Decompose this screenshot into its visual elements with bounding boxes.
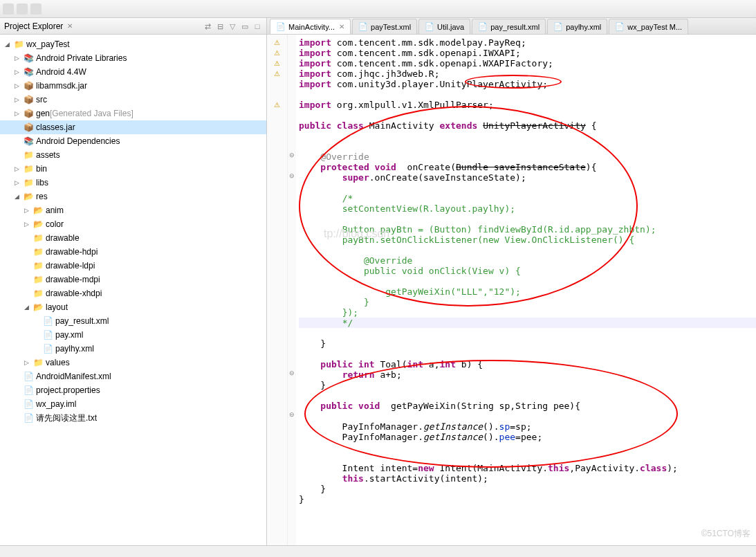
fold-toggle[interactable]: ⊖ (288, 152, 296, 162)
tree-item[interactable]: 📚Android Dependencies (0, 134, 266, 148)
code-line[interactable]: public void getPayWeiXin(String sp,Strin… (299, 401, 756, 411)
fold-toggle[interactable]: ⊖ (288, 411, 296, 421)
code-line[interactable]: }); (299, 307, 756, 318)
tree-item[interactable]: ◢📂res (0, 190, 266, 203)
tree-item[interactable]: 📁drawable (0, 231, 266, 245)
warning-icon[interactable]: ⚠ (267, 69, 287, 79)
toolbar-icon[interactable] (3, 3, 14, 15)
close-icon[interactable]: ✕ (67, 22, 73, 30)
code-line[interactable] (299, 214, 756, 224)
toolbar-icon[interactable] (17, 3, 28, 15)
code-line[interactable]: return a+b; (299, 369, 756, 380)
fold-toggle[interactable]: ⊖ (288, 369, 296, 380)
code-line[interactable] (299, 442, 756, 453)
link-editor-icon[interactable]: ⇄ (203, 21, 212, 31)
code-line[interactable] (299, 349, 756, 359)
code-line[interactable] (299, 131, 756, 141)
tree-item[interactable]: 📄pay.xml (0, 328, 266, 342)
tree-item[interactable]: 📄AndroidManifest.xml (0, 369, 266, 383)
tree-item[interactable]: ▷📦gen [Generated Java Files] (0, 107, 266, 120)
tree-item[interactable]: 📄pay_result.xml (0, 314, 266, 328)
editor-tab[interactable]: 📄Util.java (418, 19, 470, 34)
code-line[interactable]: payBtn.setOnClickListener(new View.OnCli… (299, 235, 756, 245)
code-line[interactable]: getPayWeiXin("LLL","12"); (299, 286, 756, 297)
code-line[interactable]: public void onClick(View v) { (299, 266, 756, 276)
warning-icon[interactable]: ⚠ (267, 58, 287, 69)
maximize-icon[interactable]: □ (252, 21, 262, 31)
tree-item[interactable]: ◢📂layout (0, 300, 266, 314)
code-line[interactable] (299, 141, 756, 152)
code-line[interactable]: this.startActivity(intent); (299, 473, 756, 484)
code-line[interactable] (299, 453, 756, 463)
tree-item[interactable]: ▷📁bin (0, 162, 266, 176)
code-line[interactable] (299, 89, 756, 100)
tree-item[interactable]: ▷📚Android Private Libraries (0, 51, 266, 65)
code-line[interactable]: Button payBtn = (Button) findViewById(R.… (299, 224, 756, 235)
code-editor[interactable]: ⚠ ⚠ ⚠ ⚠ ⚠ ⊖ ⊖ ⊖ ⊖ ↙ (267, 35, 756, 545)
tree-item[interactable]: 📁drawable-hdpi (0, 245, 266, 259)
code-line[interactable]: Intent intent=new Intent(MainActivity.th… (299, 463, 756, 473)
tree-item[interactable]: ▷📦src (0, 93, 266, 107)
code-line[interactable]: protected void onCreate(Bundle saveInsta… (299, 162, 756, 172)
code-line[interactable] (299, 183, 756, 193)
code-line[interactable] (299, 328, 756, 338)
tree-item[interactable]: 📄project.properties (0, 383, 266, 397)
minimize-icon[interactable]: ▭ (240, 21, 250, 31)
fold-toggle[interactable]: ⊖ (288, 172, 296, 183)
code-line[interactable]: PayInfoManager.getInstance().pee=pee; (299, 432, 756, 442)
code-line[interactable]: } (299, 338, 756, 349)
code-line[interactable] (299, 390, 756, 401)
warning-icon[interactable]: ⚠ (267, 48, 287, 58)
close-icon[interactable]: ✕ (339, 23, 344, 30)
tree-item[interactable]: 📦classes.jar (0, 120, 266, 134)
code-line[interactable]: } (299, 380, 756, 390)
code-line[interactable] (299, 276, 756, 286)
warning-icon[interactable]: ⚠ (267, 37, 287, 48)
code-line[interactable]: } (299, 484, 756, 494)
tree-item[interactable]: ▷📁values (0, 356, 266, 369)
code-line[interactable]: */ (299, 318, 756, 328)
project-tree[interactable]: ◢ 📁 wx_payTest ▷📚Android Private Librari… (0, 35, 266, 545)
collapse-icon[interactable]: ⊟ (215, 21, 225, 31)
code-line[interactable]: import com.unity3d.player.UnityPlayerAct… (299, 79, 756, 89)
tree-project-root[interactable]: ◢ 📁 wx_payTest (0, 37, 266, 51)
editor-tab[interactable]: 📄paylhy.xml (547, 19, 607, 34)
tree-item[interactable]: ▷📚Android 4.4W (0, 65, 266, 79)
code-line[interactable]: /* (299, 193, 756, 203)
code-line[interactable]: PayInfoManager.getInstance().sp=sp; (299, 421, 756, 432)
tree-item[interactable]: 📁assets (0, 148, 266, 162)
code-line[interactable]: import com.jhqc.jh3dweb.R; (299, 69, 756, 79)
tree-item[interactable]: ▷📂color (0, 217, 266, 231)
code-line[interactable]: } (299, 494, 756, 504)
editor-tab[interactable]: 📄wx_payTest M... (609, 19, 688, 34)
code-line[interactable]: public class MainActivity extends UnityP… (299, 120, 756, 131)
code-line[interactable]: } (299, 297, 756, 307)
tree-item[interactable]: 📄请先阅读这里.txt (0, 411, 266, 425)
code-line[interactable]: import org.xmlpull.v1.XmlPullParser; (299, 100, 756, 110)
toolbar-icon[interactable] (30, 3, 42, 15)
tree-item[interactable]: 📁drawable-ldpi (0, 259, 266, 273)
editor-tab[interactable]: 📄pay_result.xml (472, 19, 546, 34)
tree-item[interactable]: ▷📁libs (0, 176, 266, 190)
code-line[interactable]: setContentView(R.layout.paylhy); (299, 203, 756, 214)
code-line[interactable]: super.onCreate(saveInstanceState); (299, 172, 756, 183)
editor-tab[interactable]: 📄payTest.xml (352, 19, 417, 34)
code-line[interactable]: @Override (299, 255, 756, 266)
code-line[interactable] (299, 110, 756, 120)
code-line[interactable]: import com.tencent.mm.sdk.openapi.IWXAPI… (299, 48, 756, 58)
code-line[interactable] (299, 411, 756, 421)
code-line[interactable]: import com.tencent.mm.sdk.openapi.WXAPIF… (299, 58, 756, 69)
tree-item[interactable]: ▷📦libammsdk.jar (0, 79, 266, 93)
code-line[interactable]: @Override (299, 152, 756, 162)
tree-item[interactable]: 📄paylhy.xml (0, 342, 266, 356)
code-line[interactable]: import com.tencent.mm.sdk.modelpay.PayRe… (299, 37, 756, 48)
tree-item[interactable]: 📁drawable-mdpi (0, 273, 266, 286)
editor-tab[interactable]: 📄MainActivity...✕ (270, 19, 351, 34)
tree-item[interactable]: 📄wx_pay.iml (0, 397, 266, 411)
warning-icon[interactable]: ⚠ (267, 100, 287, 110)
tree-item[interactable]: 📁drawable-xhdpi (0, 286, 266, 300)
code-line[interactable] (299, 245, 756, 255)
code-line[interactable]: public int Toal(int a,int b) { (299, 359, 756, 369)
tree-item[interactable]: ▷📂anim (0, 203, 266, 217)
menu-icon[interactable]: ▽ (228, 21, 237, 31)
